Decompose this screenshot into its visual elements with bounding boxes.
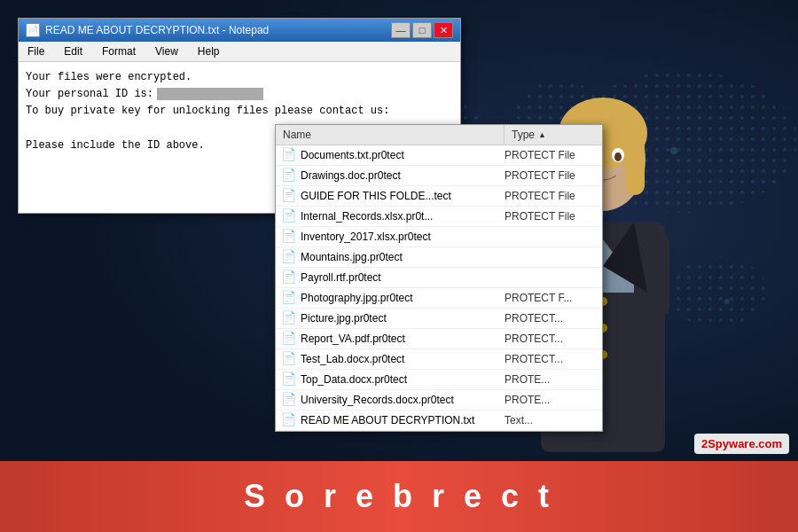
banner-title: S o r e b r e c t (244, 478, 554, 515)
notepad-controls[interactable]: — □ ✕ (391, 22, 453, 38)
table-row[interactable]: 📄Report_VA.pdf.pr0tectPROTECT... (276, 329, 602, 349)
sort-arrow-icon: ▲ (538, 130, 546, 139)
table-row[interactable]: 📄University_Records.docx.pr0tectPROTE... (276, 390, 602, 411)
spyware-logo: 2Spyware.com (694, 434, 789, 454)
file-list[interactable]: 📄Documents.txt.pr0tectPROTECT File📄Drawi… (276, 145, 602, 431)
spyware-logo-2: 2 (701, 437, 708, 450)
column-name-header[interactable]: Name (276, 125, 505, 145)
file-type: PROTECT File (505, 190, 602, 202)
table-row[interactable]: 📄Documents.txt.pr0tectPROTECT File (276, 145, 602, 166)
table-row[interactable]: 📄Drawings.doc.pr0tectPROTECT File (276, 166, 602, 186)
column-type-header[interactable]: Type ▲ (505, 125, 602, 145)
file-name: Report_VA.pdf.pr0tect (301, 332, 505, 345)
notepad-title: READ ME ABOUT DECRYPTION.txt - Notepad (45, 24, 269, 36)
file-type: PROTECT File (505, 210, 602, 223)
table-row[interactable]: 📄Payroll.rtf.pr0tect (276, 268, 602, 288)
svg-rect-26 (643, 231, 669, 319)
notepad-menubar: File Edit Format View Help (19, 42, 460, 62)
file-name: GUIDE FOR THIS FOLDE...tect (301, 190, 505, 202)
file-name: Photography.jpg.pr0tect (301, 292, 505, 304)
file-name: READ ME ABOUT DECRYPTION.txt (301, 414, 505, 426)
file-icon: 📄 (281, 168, 297, 184)
explorer-column-header: Name Type ▲ (276, 125, 602, 145)
file-icon: 📄 (281, 290, 297, 306)
explorer-window: Name Type ▲ 📄Documents.txt.pr0tectPROTEC… (275, 124, 603, 432)
menu-help[interactable]: Help (192, 43, 225, 59)
file-name: Mountains.jpg.pr0tect (301, 251, 505, 263)
menu-edit[interactable]: Edit (59, 43, 88, 59)
table-row[interactable]: 📄Top_Data.docx.pr0tectPROTE... (276, 370, 602, 390)
table-row[interactable]: 📄Test_Lab.docx.pr0tectPROTECT... (276, 349, 602, 370)
menu-format[interactable]: Format (97, 43, 141, 59)
file-icon: 📄 (281, 310, 297, 326)
table-row[interactable]: 📄Internal_Records.xlsx.pr0t...PROTECT Fi… (276, 207, 602, 227)
file-icon: 📄 (281, 208, 297, 224)
file-icon: 📄 (281, 412, 297, 428)
file-type: PROTE... (505, 394, 602, 406)
file-name: Inventory_2017.xlsx.pr0tect (301, 231, 505, 243)
file-name: Payroll.rtf.pr0tect (301, 271, 505, 284)
bottom-banner: S o r e b r e c t (0, 461, 798, 532)
file-type: PROTECT... (505, 312, 602, 325)
file-icon: 📄 (281, 372, 297, 387)
file-icon: 📄 (281, 351, 297, 367)
file-name: Top_Data.docx.pr0tect (301, 373, 505, 386)
file-icon: 📄 (281, 147, 297, 163)
file-name: Picture.jpg.pr0tect (301, 312, 505, 325)
table-row[interactable]: 📄Photography.jpg.pr0tectPROTECT F... (276, 288, 602, 309)
file-icon: 📄 (281, 229, 297, 245)
maximize-button[interactable]: □ (412, 22, 432, 38)
table-row[interactable]: 📄Picture.jpg.pr0tectPROTECT... (276, 309, 602, 329)
content-line-1: Your files were encrypted. (26, 69, 453, 86)
menu-file[interactable]: File (22, 43, 50, 59)
content-line-3: To buy private key for unlocking files p… (26, 103, 453, 120)
file-name: University_Records.docx.pr0tect (301, 394, 505, 406)
file-icon: 📄 (281, 188, 297, 204)
svg-point-25 (614, 153, 622, 161)
minimize-button[interactable]: — (391, 22, 411, 38)
close-button[interactable]: ✕ (434, 22, 453, 38)
file-type: PROTECT File (505, 169, 602, 182)
file-name: Documents.txt.pr0tect (301, 149, 505, 161)
file-type: PROTECT F... (505, 292, 602, 304)
file-name: Test_Lab.docx.pr0tect (301, 353, 505, 365)
file-name: Drawings.doc.pr0tect (301, 169, 505, 182)
table-row[interactable]: 📄Inventory_2017.xlsx.pr0tect (276, 227, 602, 247)
file-icon: 📄 (281, 249, 297, 265)
notepad-title-left: 📄 READ ME ABOUT DECRYPTION.txt - Notepad (26, 23, 269, 37)
file-icon: 📄 (281, 270, 297, 286)
file-type: PROTECT... (505, 332, 602, 345)
file-type: PROTE... (505, 373, 602, 386)
table-row[interactable]: 📄Mountains.jpg.pr0tect (276, 247, 602, 268)
menu-view[interactable]: View (150, 43, 184, 59)
file-type: PROTECT File (505, 149, 602, 161)
table-row[interactable]: 📄READ ME ABOUT DECRYPTION.txtText... (276, 411, 602, 431)
table-row[interactable]: 📄GUIDE FOR THIS FOLDE...tectPROTECT File (276, 186, 602, 207)
notepad-app-icon: 📄 (26, 23, 40, 37)
file-icon: 📄 (281, 392, 297, 408)
notepad-titlebar: 📄 READ ME ABOUT DECRYPTION.txt - Notepad… (19, 19, 460, 42)
file-name: Internal_Records.xlsx.pr0t... (301, 210, 505, 223)
spyware-logo-text: 2Spyware.com (701, 437, 782, 450)
file-icon: 📄 (281, 331, 297, 347)
content-line-2: Your personal ID is: (26, 86, 453, 103)
file-type: PROTECT... (505, 353, 602, 365)
file-type: Text... (505, 414, 602, 426)
